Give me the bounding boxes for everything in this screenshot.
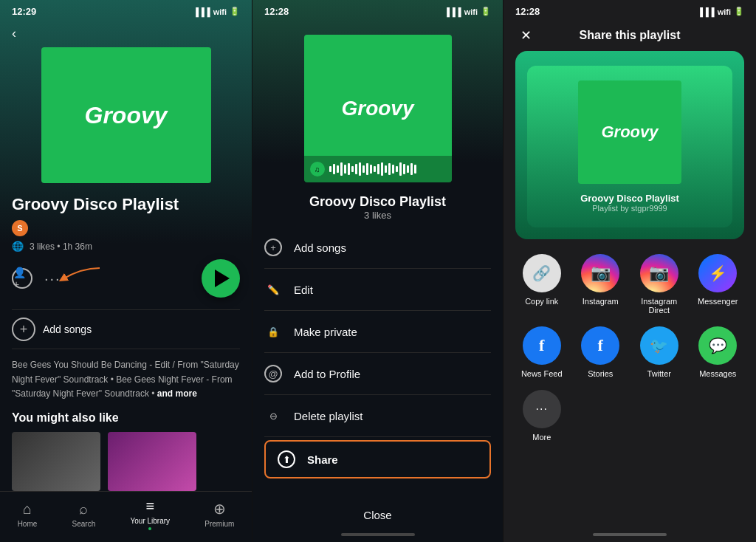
share-grid: 🔗 Copy link 📷 Instagram 📷 Instagram Dire… xyxy=(515,254,744,442)
wave-bar xyxy=(403,164,405,174)
panel-context-menu: 12:28 ▐▐▐ wifi 🔋 Groovy ♫ xyxy=(252,0,504,542)
share-header: ✕ Share this playlist xyxy=(504,20,756,51)
share-option-copy-link[interactable]: 🔗 Copy link xyxy=(523,254,561,315)
news-feed-label: News Feed xyxy=(521,369,563,378)
share-option-instagram[interactable]: 📷 Instagram xyxy=(581,254,619,315)
more-label: More xyxy=(532,433,551,442)
share-option-messenger[interactable]: ⚡ Messenger xyxy=(698,254,738,315)
suggestion-thumb-1[interactable] xyxy=(12,432,100,491)
wave-bar xyxy=(366,163,368,175)
wave-bar xyxy=(385,165,387,173)
wifi-icon: wifi xyxy=(213,7,227,16)
suggestion-thumb-2[interactable] xyxy=(108,432,196,491)
battery-icon-2: 🔋 xyxy=(481,7,491,16)
messages-icon: 💬 xyxy=(698,326,737,365)
bottom-bar-2 xyxy=(341,533,415,536)
suggestion-thumbnails xyxy=(12,432,240,491)
share-option-more[interactable]: ··· More xyxy=(523,390,561,442)
share-option-news-feed[interactable]: f News Feed xyxy=(521,326,563,378)
menu-item-add-songs[interactable]: + Add songs xyxy=(264,227,491,269)
context-menu-list: + Add songs ✏️ Edit 🔒 Make private @ Add… xyxy=(252,227,503,497)
stories-icon: f xyxy=(581,326,619,365)
menu-share-label: Share xyxy=(307,453,338,466)
status-icons-2: ▐▐▐ wifi 🔋 xyxy=(444,7,491,16)
wave-bar xyxy=(362,165,365,173)
wave-bar xyxy=(348,163,350,175)
share-card: Groovy Groovy Disco Playlist Playlist by… xyxy=(515,51,744,239)
nav-home-label: Home xyxy=(18,520,38,528)
menu-item-make-private[interactable]: 🔒 Make private xyxy=(264,311,491,353)
panel2-likes: 3 likes xyxy=(252,210,503,221)
menu-make-private-label: Make private xyxy=(294,326,357,338)
share-option-twitter[interactable]: 🐦 Twitter xyxy=(640,326,678,378)
share-card-text: Groovy Disco Playlist Playlist by stgpr9… xyxy=(580,193,679,213)
album-art-title-1: Groovy xyxy=(84,102,167,129)
share-option-stories[interactable]: f Stories xyxy=(581,326,619,378)
panel-playlist-view: 12:29 ▐▐▐ wifi 🔋 ‹ Groovy Groovy Disco P… xyxy=(0,0,252,542)
creator-badge: S xyxy=(12,220,28,236)
share-card-playlist-name: Groovy Disco Playlist xyxy=(580,193,679,204)
share-option-messages[interactable]: 💬 Messages xyxy=(698,326,737,378)
home-icon: ⌂ xyxy=(23,501,32,518)
back-button[interactable]: ‹ xyxy=(0,20,252,47)
copy-link-icon: 🔗 xyxy=(523,254,561,292)
and-more-label: and more xyxy=(157,388,197,399)
status-bar-3: 12:28 ▐▐▐ wifi 🔋 xyxy=(504,0,756,20)
close-x-button[interactable]: ✕ xyxy=(515,25,536,46)
menu-item-share[interactable]: ⬆ Share xyxy=(264,440,491,478)
add-songs-row[interactable]: + Add songs xyxy=(12,309,240,349)
more-icon: ··· xyxy=(523,390,561,428)
nav-home[interactable]: ⌂ Home xyxy=(18,501,38,528)
wave-bar xyxy=(414,165,416,174)
panel2-album-title: Groovy xyxy=(341,97,413,120)
status-bar-1: 12:29 ▐▐▐ wifi 🔋 xyxy=(0,0,252,20)
wave-bar xyxy=(392,165,394,174)
wave-bar xyxy=(337,165,339,173)
battery-icon: 🔋 xyxy=(230,7,240,16)
news-feed-icon: f xyxy=(523,326,561,365)
menu-item-delete[interactable]: ⊖ Delete playlist xyxy=(264,395,491,437)
more-options-button[interactable]: ··· xyxy=(44,270,61,287)
lock-icon: 🔒 xyxy=(264,323,282,340)
wave-bar xyxy=(359,162,361,176)
action-left: 👤+ ··· xyxy=(12,268,61,289)
wave-bar xyxy=(377,164,379,174)
nav-premium[interactable]: ⊕ Premium xyxy=(205,500,234,528)
signal-icon-2: ▐▐▐ xyxy=(444,7,461,16)
bottom-bar-3 xyxy=(593,533,667,536)
wave-bar xyxy=(388,163,391,175)
nav-premium-label: Premium xyxy=(205,520,234,528)
nav-search-label: Search xyxy=(72,520,96,528)
messenger-icon: ⚡ xyxy=(698,254,737,292)
panel1-content: Groovy Disco Playlist S 🌐 3 likes • 1h 3… xyxy=(0,195,252,491)
menu-add-profile-label: Add to Profile xyxy=(294,368,360,380)
share-card-inner: Groovy Groovy Disco Playlist Playlist by… xyxy=(527,66,732,227)
playlist-title-1: Groovy Disco Playlist xyxy=(12,195,240,214)
menu-edit-label: Edit xyxy=(294,284,313,296)
messages-label: Messages xyxy=(699,369,736,378)
nav-library[interactable]: ≡ Your Library xyxy=(131,498,171,530)
spotify-bar: ♫ xyxy=(304,156,452,182)
instagram-direct-icon: 📷 xyxy=(640,254,678,292)
play-button[interactable] xyxy=(202,259,240,298)
twitter-icon: 🐦 xyxy=(640,326,678,365)
time-2: 12:28 xyxy=(264,6,289,17)
share-album-art-title: Groovy xyxy=(601,123,658,142)
wave-bar xyxy=(329,166,331,172)
instagram-label: Instagram xyxy=(583,297,619,306)
time-3: 12:28 xyxy=(515,6,540,17)
panel2-album-art: Groovy ♫ xyxy=(304,35,452,182)
edit-icon: ✏️ xyxy=(264,281,282,298)
nav-search[interactable]: ⌕ Search xyxy=(72,501,96,528)
wave-bar xyxy=(381,162,383,176)
wave-bar xyxy=(407,165,409,173)
delete-icon: ⊖ xyxy=(264,407,282,425)
share-option-instagram-direct[interactable]: 📷 Instagram Direct xyxy=(633,254,686,315)
twitter-label: Twitter xyxy=(647,369,671,378)
close-button[interactable]: Close xyxy=(252,497,503,533)
menu-item-edit[interactable]: ✏️ Edit xyxy=(264,269,491,311)
menu-item-add-to-profile[interactable]: @ Add to Profile xyxy=(264,353,491,395)
follow-button[interactable]: 👤+ xyxy=(12,268,32,289)
wifi-icon-2: wifi xyxy=(464,7,478,16)
wave-bar xyxy=(399,162,402,176)
